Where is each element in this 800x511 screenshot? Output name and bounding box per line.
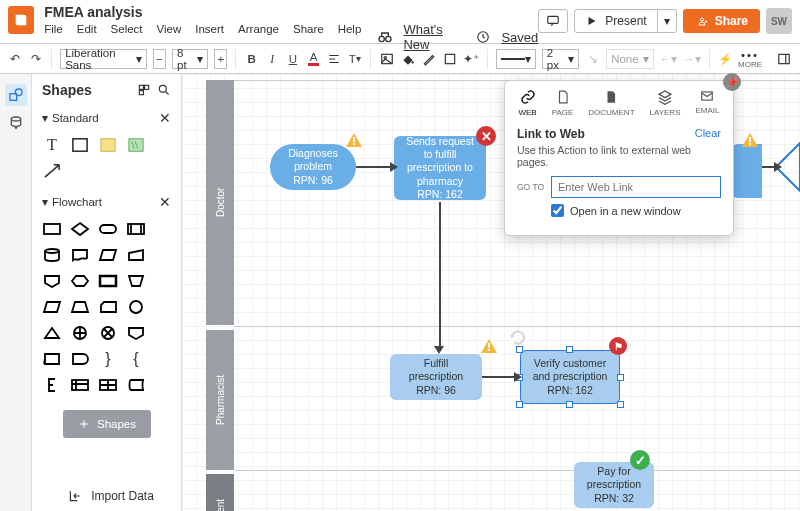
stroke-color-button[interactable] <box>422 50 437 68</box>
line-ends-button[interactable]: ↘ <box>585 50 600 68</box>
node-hidden[interactable] <box>732 144 762 198</box>
fc-note[interactable] <box>42 376 62 394</box>
fc-process-b[interactable] <box>98 272 118 290</box>
fc-or[interactable] <box>98 324 118 342</box>
menu-view[interactable]: View <box>157 23 182 35</box>
fc-circle[interactable] <box>126 298 146 316</box>
lane-pharmacist[interactable]: Pharmacist <box>206 330 234 470</box>
lane-doctor[interactable]: Doctor <box>206 80 234 325</box>
new-window-checkbox[interactable] <box>551 204 564 217</box>
fc-offpage[interactable] <box>42 272 62 290</box>
menu-select[interactable]: Select <box>111 23 143 35</box>
fc-terminator[interactable] <box>98 220 118 238</box>
present-dropdown[interactable]: ▾ <box>658 9 677 33</box>
section-standard[interactable]: ▾Standard✕ <box>32 104 181 132</box>
align-button[interactable] <box>327 50 342 68</box>
more-shapes-button[interactable]: ＋Shapes <box>63 410 151 438</box>
italic-button[interactable]: I <box>265 50 280 68</box>
fc-bracket-l[interactable]: { <box>126 350 146 368</box>
font-size-increase[interactable]: + <box>214 49 227 69</box>
node-send-request[interactable]: Sends request to fulfill prescription to… <box>394 136 486 200</box>
shapes-tool[interactable] <box>5 84 27 106</box>
fc-bracket-r[interactable]: } <box>98 350 118 368</box>
close-icon[interactable]: ✕ <box>159 194 171 210</box>
fc-terminator2[interactable] <box>126 324 146 342</box>
text-color-button[interactable]: A <box>306 50 321 68</box>
shape-style-button[interactable] <box>442 50 457 68</box>
fc-process[interactable] <box>42 220 62 238</box>
fc-database[interactable] <box>42 246 62 264</box>
font-size-select[interactable]: 8 pt▾ <box>172 49 208 69</box>
rect-shape[interactable] <box>70 136 90 154</box>
fc-document[interactable] <box>70 246 90 264</box>
tab-email[interactable]: EMAIL <box>695 89 719 117</box>
close-icon[interactable]: ✕ <box>159 110 171 126</box>
clear-link[interactable]: Clear <box>695 127 721 139</box>
lightning-icon[interactable]: ⚡ <box>717 50 732 68</box>
data-tool[interactable] <box>5 112 27 134</box>
fill-button[interactable] <box>401 50 416 68</box>
more-button[interactable]: •••MORE <box>738 49 762 69</box>
user-avatar[interactable]: SW <box>766 8 792 34</box>
redo-button[interactable]: ↷ <box>29 50 44 68</box>
binoculars-icon[interactable] <box>377 28 393 46</box>
node-diagnoses[interactable]: Diagnoses problem RPN: 96 <box>270 144 356 190</box>
image-button[interactable] <box>379 50 395 68</box>
fc-hexagon[interactable] <box>70 272 90 290</box>
fc-table[interactable] <box>98 376 118 394</box>
fc-internal-storage[interactable] <box>70 376 90 394</box>
arrow-shape[interactable] <box>42 162 62 180</box>
app-logo[interactable] <box>8 6 34 34</box>
fc-trapezoid[interactable] <box>70 298 90 316</box>
menu-arrange[interactable]: Arrange <box>238 23 279 35</box>
menu-help[interactable]: Help <box>338 23 362 35</box>
flag-badge[interactable]: ⚑ <box>609 337 627 355</box>
menu-insert[interactable]: Insert <box>195 23 224 35</box>
pin-icon[interactable]: 📌 <box>723 73 741 91</box>
fc-delay[interactable] <box>70 350 90 368</box>
search-shapes-icon[interactable] <box>157 83 171 97</box>
bold-button[interactable]: B <box>244 50 259 68</box>
import-data-button[interactable]: Import Data <box>32 489 181 503</box>
web-link-input[interactable] <box>551 176 721 198</box>
panels-button[interactable] <box>776 50 792 68</box>
tab-page[interactable]: PAGE <box>552 89 574 117</box>
present-button[interactable]: Present <box>574 9 657 33</box>
undo-button[interactable]: ↶ <box>8 50 23 68</box>
text-shape[interactable]: T <box>42 136 62 154</box>
error-badge[interactable]: ✕ <box>476 126 496 146</box>
fc-data[interactable] <box>98 246 118 264</box>
fc-manual-input[interactable] <box>126 246 146 264</box>
tab-document[interactable]: DOCUMENT <box>588 89 634 117</box>
fc-display[interactable] <box>42 350 62 368</box>
tab-web[interactable]: WEB <box>518 89 536 117</box>
node-verify[interactable]: Verify customer and prescription RPN: 16… <box>520 350 620 404</box>
fc-manual-op[interactable] <box>126 272 146 290</box>
fc-triangle[interactable] <box>42 324 62 342</box>
menu-file[interactable]: File <box>44 23 63 35</box>
fc-stored-data[interactable] <box>126 376 146 394</box>
fc-decision[interactable] <box>70 220 90 238</box>
underline-button[interactable]: U <box>286 50 301 68</box>
font-size-decrease[interactable]: − <box>153 49 166 69</box>
magic-button[interactable]: ✦⁺ <box>463 50 479 68</box>
fc-predefined[interactable] <box>126 220 146 238</box>
grid-view-icon[interactable] <box>137 83 151 97</box>
fc-card[interactable] <box>98 298 118 316</box>
line-style-select[interactable]: None▾ <box>606 49 654 69</box>
node-fulfill[interactable]: Fulfill prescription RPN: 96 <box>390 354 482 400</box>
lane-patient[interactable]: Patient <box>206 474 234 511</box>
history-icon[interactable] <box>475 28 491 46</box>
line-type-select[interactable]: ▾ <box>496 49 536 69</box>
fc-parallelogram[interactable] <box>42 298 62 316</box>
saved-status[interactable]: Saved <box>501 30 538 45</box>
font-select[interactable]: Liberation Sans▾ <box>60 49 147 69</box>
comment-button[interactable] <box>538 9 568 33</box>
document-title[interactable]: FMEA analysis <box>44 4 361 20</box>
arrow-start-button[interactable]: ←▾ <box>660 50 678 68</box>
section-flowchart[interactable]: ▾Flowchart✕ <box>32 188 181 216</box>
whats-new-link[interactable]: What's New <box>403 22 465 52</box>
tab-layers[interactable]: LAYERS <box>649 89 680 117</box>
menu-edit[interactable]: Edit <box>77 23 97 35</box>
text-more-button[interactable]: T▾ <box>348 50 363 68</box>
